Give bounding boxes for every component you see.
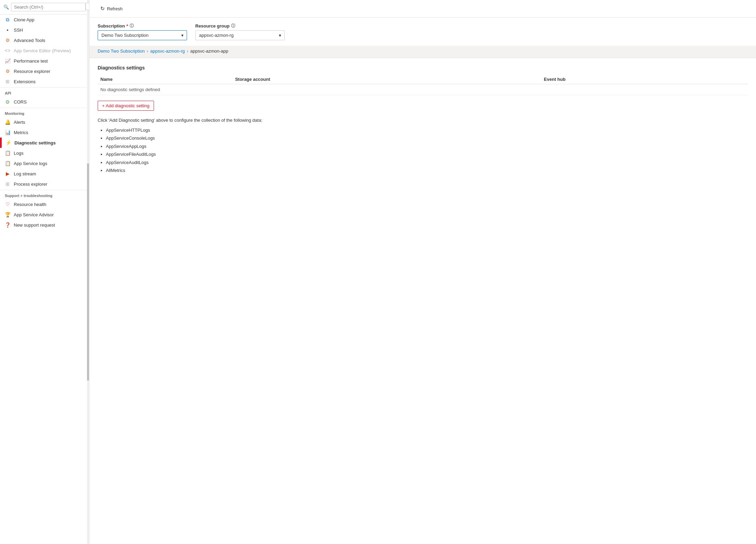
search-icon: 🔍 — [3, 4, 9, 10]
no-settings-row: No diagnostic settings defined — [98, 84, 748, 95]
sidebar-item-process-explorer[interactable]: ⊞Process explorer — [0, 179, 89, 189]
main-content: ↻ Refresh Subscription * ⓘ Demo Two Subs… — [89, 0, 756, 544]
sidebar-item-clone-app[interactable]: ⧉Clone App — [0, 14, 89, 25]
resource-group-group: Resource group ⓘ appsvc-azmon-rg ▼ — [195, 23, 285, 40]
subscription-info-icon: ⓘ — [130, 23, 134, 29]
extensions-icon: ⊞ — [5, 79, 10, 84]
sidebar-item-metrics[interactable]: 📊Metrics — [0, 127, 89, 138]
sidebar-item-extensions[interactable]: ⊞Extensions — [0, 76, 89, 87]
no-settings-msg: No diagnostic settings defined — [98, 84, 748, 95]
col-eventhub-header: Event hub — [541, 75, 748, 84]
sidebar-item-logs[interactable]: 📋Logs — [0, 148, 89, 158]
sidebar-item-label-ssh: SSH — [14, 28, 23, 33]
sidebar-item-label-diagnostic-settings: Diagnostic settings — [14, 140, 56, 145]
sidebar-section-monitoring: Monitoring — [0, 108, 89, 117]
sidebar-item-label-metrics: Metrics — [14, 130, 28, 135]
section-title: Diagnostics settings — [98, 65, 748, 70]
proc-exp-icon: ⊞ — [5, 181, 10, 187]
alerts-icon: 🔔 — [5, 119, 10, 125]
sidebar-item-ssh[interactable]: ▪SSH — [0, 25, 89, 35]
breadcrumb-sep-1: › — [147, 49, 148, 54]
data-items-list: AppServiceHTTPLogsAppServiceConsoleLogsA… — [98, 126, 748, 174]
sidebar-item-label-cors: CORS — [14, 99, 27, 105]
diag-icon: ⚡ — [6, 140, 11, 145]
sidebar-item-alerts[interactable]: 🔔Alerts — [0, 117, 89, 127]
sidebar-item-label-resource-health: Resource health — [14, 202, 46, 207]
toolbar: ↻ Refresh — [89, 0, 756, 18]
breadcrumb-subscription[interactable]: Demo Two Subscription — [98, 48, 145, 54]
editor-icon: <> — [5, 48, 10, 53]
diagnostics-content: Diagnostics settings Name Storage accoun… — [89, 58, 756, 544]
support-icon: ❓ — [5, 222, 10, 228]
log-stream-icon: ▶ — [5, 171, 10, 176]
subscription-select[interactable]: Demo Two Subscription — [98, 30, 187, 40]
search-input[interactable] — [11, 3, 86, 11]
sidebar-item-app-service-advisor[interactable]: 🏆App Service Advisor — [0, 209, 89, 220]
sidebar-items: ⧉Clone App▪SSH⚙Advanced Tools<>App Servi… — [0, 14, 89, 230]
resource-group-select-wrapper: appsvc-azmon-rg ▼ — [195, 30, 285, 40]
ssh-icon: ▪ — [5, 27, 10, 33]
breadcrumb: Demo Two Subscription › appsvc-azmon-rg … — [89, 46, 756, 58]
data-list-item: AllMetrics — [106, 166, 748, 174]
data-list-item: AppServiceFileAuditLogs — [106, 150, 748, 158]
collapse-sidebar-button[interactable]: 《 — [86, 3, 89, 10]
sidebar-item-label-process-explorer: Process explorer — [14, 182, 47, 187]
col-storage-header: Storage account — [232, 75, 541, 84]
sidebar-item-app-service-logs[interactable]: 📋App Service logs — [0, 158, 89, 168]
sidebar-item-resource-health[interactable]: ♡Resource health — [0, 199, 89, 209]
sidebar: 🔍 《 ⧉Clone App▪SSH⚙Advanced Tools<>App S… — [0, 0, 89, 544]
sidebar-item-app-service-editor: <>App Service Editor (Preview) — [0, 45, 89, 56]
resource-group-select[interactable]: appsvc-azmon-rg — [195, 30, 285, 40]
data-list-item: AppServiceConsoleLogs — [106, 134, 748, 142]
sidebar-item-label-app-service-editor: App Service Editor (Preview) — [14, 48, 71, 53]
subscription-label: Subscription * ⓘ — [98, 23, 187, 29]
sidebar-item-resource-explorer[interactable]: ⚙Resource explorer — [0, 66, 89, 76]
tools-icon: ⚙ — [5, 37, 10, 43]
sidebar-item-label-logs: Logs — [14, 151, 23, 156]
breadcrumb-sep-2: › — [187, 49, 188, 54]
resource-group-label: Resource group ⓘ — [195, 23, 285, 29]
sidebar-item-cors[interactable]: ⊙CORS — [0, 97, 89, 107]
advisor-icon: 🏆 — [5, 212, 10, 217]
sidebar-item-performance-test[interactable]: 📈Performance test — [0, 56, 89, 66]
col-name-header: Name — [98, 75, 232, 84]
form-row: Subscription * ⓘ Demo Two Subscription ▼… — [98, 23, 748, 40]
sidebar-item-label-performance-test: Performance test — [14, 58, 48, 64]
sidebar-item-label-new-support-request: New support request — [14, 222, 55, 228]
breadcrumb-resource: appsvc-azmon-app — [190, 48, 228, 54]
add-diagnostic-setting-button[interactable]: + Add diagnostic setting — [98, 101, 154, 111]
data-list-item: AppServiceAuditLogs — [106, 159, 748, 166]
sidebar-section-support-+-troubleshooting: Support + troubleshooting — [0, 190, 89, 199]
sidebar-item-label-app-service-advisor: App Service Advisor — [14, 212, 54, 217]
sidebar-item-label-app-service-logs: App Service logs — [14, 161, 47, 166]
breadcrumb-resource-group[interactable]: appsvc-azmon-rg — [150, 48, 185, 54]
sidebar-item-log-stream[interactable]: ▶Log stream — [0, 168, 89, 179]
refresh-label: Refresh — [107, 6, 123, 11]
data-list-item: AppServiceHTTPLogs — [106, 126, 748, 134]
sidebar-item-new-support-request[interactable]: ❓New support request — [0, 220, 89, 230]
sidebar-section-api: API — [0, 87, 89, 97]
form-area: Subscription * ⓘ Demo Two Subscription ▼… — [89, 18, 756, 46]
resource-exp-icon: ⚙ — [5, 68, 10, 74]
sidebar-item-label-resource-explorer: Resource explorer — [14, 69, 50, 74]
refresh-icon: ↻ — [100, 6, 105, 12]
sidebar-search-container: 🔍 — [0, 0, 89, 14]
res-health-icon: ♡ — [5, 202, 10, 207]
sidebar-item-label-clone-app: Clone App — [14, 17, 34, 22]
info-text: Click 'Add Diagnostic setting' above to … — [98, 118, 748, 123]
resource-group-info-icon: ⓘ — [231, 23, 235, 29]
sidebar-item-label-advanced-tools: Advanced Tools — [14, 38, 45, 43]
sidebar-item-label-alerts: Alerts — [14, 120, 25, 125]
add-setting-label: + Add diagnostic setting — [102, 103, 150, 108]
metrics-icon: 📊 — [5, 130, 10, 135]
perf-icon: 📈 — [5, 58, 10, 64]
cors-icon: ⊙ — [5, 99, 10, 105]
sidebar-item-advanced-tools[interactable]: ⚙Advanced Tools — [0, 35, 89, 45]
sidebar-item-diagnostic-settings[interactable]: ⚡Diagnostic settings — [0, 138, 89, 148]
clone-icon: ⧉ — [5, 17, 10, 22]
logs-icon: 📋 — [5, 150, 10, 156]
appsvc-logs-icon: 📋 — [5, 161, 10, 166]
diagnostics-table: Name Storage account Event hub No diagno… — [98, 75, 748, 95]
subscription-select-wrapper: Demo Two Subscription ▼ — [98, 30, 187, 40]
refresh-button[interactable]: ↻ Refresh — [96, 3, 127, 14]
